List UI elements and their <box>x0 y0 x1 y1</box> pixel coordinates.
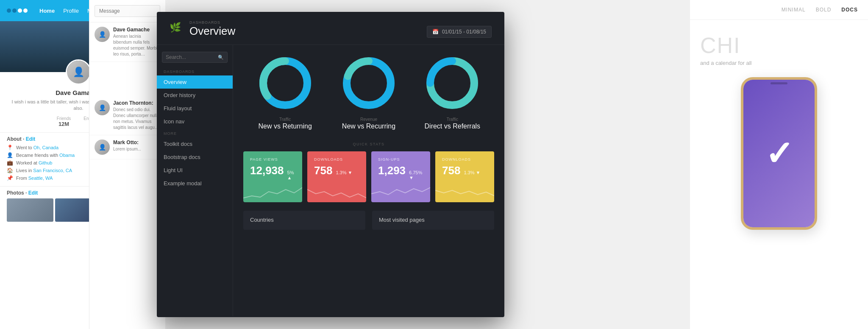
stat-card-downloads: DOWNLOADS 758 1.3% ▼ <box>307 151 366 202</box>
photo-1[interactable] <box>7 198 53 222</box>
search-box[interactable]: 🔍 <box>162 52 228 63</box>
dashboard-header: 🌿 DASHBOARDS Overview 📅 01/01/15 - 01/08… <box>157 12 504 45</box>
message-item-2[interactable]: 👤 Jacon Thornton: Donec sed odio dui. Do… <box>89 96 165 135</box>
stat-change-signups: 6.75% ▼ <box>409 170 423 180</box>
nav-profile[interactable]: Profile <box>63 8 79 14</box>
calendar-icon: 📅 <box>432 29 439 35</box>
chart-traffic-referrals: Traffic Direct vs Referrals <box>411 53 494 130</box>
nav-fluid-layout[interactable]: Fluid layout <box>157 102 233 115</box>
from-icon: 📌 <box>7 175 13 181</box>
wave-downloads2 <box>435 181 494 202</box>
message-content-1: Dave Gamache Aenean lacinia bibendum nul… <box>113 27 160 57</box>
rp-nav-minimal[interactable]: MINIMAL <box>782 7 806 13</box>
stat-value-row-pageviews: 12,938 5% ▲ <box>250 164 295 180</box>
message-item-1[interactable]: 👤 Dave Gamache Aenean lacinia bibendum n… <box>89 22 165 62</box>
most-visited-table-title: Most visited pages <box>379 217 487 223</box>
nav-example-modal[interactable]: Example modal <box>157 177 233 190</box>
title-block: DASHBOARDS Overview <box>189 20 235 38</box>
stat-change-downloads2: 1.3% ▼ <box>464 170 480 175</box>
header-left: 🌿 DASHBOARDS Overview <box>170 20 235 38</box>
search-icon: 🔍 <box>218 55 224 60</box>
seattle-link[interactable]: Seattle, WA <box>28 176 53 181</box>
stat-change-pageviews: 5% ▲ <box>287 170 295 180</box>
nav-overview[interactable]: Overview <box>157 75 233 89</box>
phone-mockup: ✓ <box>741 77 817 230</box>
stat-value-downloads: 758 <box>314 164 332 177</box>
stat-card-downloads2: DOWNLOADS 758 1.3% ▼ <box>435 151 494 202</box>
message-sender-2: Jacon Thornton: <box>113 100 160 106</box>
rp-hero-title: CHI <box>700 33 858 58</box>
nav-light-ui[interactable]: Light UI <box>157 164 233 177</box>
chart-traffic-returning: Traffic New vs Returning <box>243 53 327 130</box>
messages-panel: 👤 Dave Gamache Aenean lacinia bibendum n… <box>89 0 165 329</box>
rp-nav-bold[interactable]: BOLD <box>816 7 832 13</box>
logo-dot-4 <box>23 8 28 13</box>
stat-value-row-downloads: 758 1.3% ▼ <box>314 164 359 177</box>
avatar-image: 👤 <box>67 61 90 84</box>
page-title: Overview <box>189 25 235 38</box>
sf-link[interactable]: San Francisco, CA <box>33 168 72 173</box>
stat-value-downloads2: 758 <box>442 164 460 177</box>
nav-toolkit-docs[interactable]: Toolkit docs <box>157 137 233 151</box>
obama-link[interactable]: Obama <box>59 153 75 158</box>
message-avatar-2: 👤 <box>95 100 110 115</box>
countries-table-card: Countries <box>243 211 365 230</box>
about-edit-link[interactable]: Edit <box>26 136 36 142</box>
breadcrumb: DASHBOARDS <box>189 20 235 25</box>
date-range-picker[interactable]: 📅 01/01/15 - 01/08/15 <box>427 26 492 38</box>
canada-link[interactable]: Oh, Canada <box>33 145 58 150</box>
message-content-2: Jacon Thornton: Donec sed odio dui. Done… <box>113 100 160 131</box>
message-input[interactable] <box>95 5 160 17</box>
chart-1-title: New vs Returning <box>243 123 327 130</box>
dashboard-sidebar: 🔍 DASHBOARDS Overview Order history Flui… <box>157 45 233 316</box>
stat-value-row-signups: 1,293 6.75% ▼ <box>378 164 423 180</box>
phone-speaker <box>771 82 787 84</box>
message-text-1: Aenean lacinia bibendum nulla fels euism… <box>113 33 160 57</box>
chart-2-subtitle: Revenue <box>327 117 410 122</box>
stat-label-pageviews: PAGE VIEWS <box>250 157 295 162</box>
most-visited-table-card: Most visited pages <box>372 211 494 230</box>
wave-signups <box>371 181 430 202</box>
wave-downloads <box>307 181 366 202</box>
message-item-3[interactable]: 👤 Mark Otto: Lorem ipsum... <box>89 135 165 159</box>
stat-label-downloads2: DOWNLOADS <box>442 157 487 162</box>
phone-screen: ✓ <box>743 80 815 227</box>
nav-icon-nav[interactable]: Icon nav <box>157 115 233 128</box>
logo-dot-1 <box>7 8 11 13</box>
search-input[interactable] <box>166 54 215 60</box>
stat-card-signups: SIGN-UPS 1,293 6.75% ▼ <box>371 151 430 202</box>
message-avatar-3: 👤 <box>95 139 110 155</box>
friends-label: Friends <box>57 116 71 121</box>
nav-home[interactable]: Home <box>39 8 55 14</box>
quick-stats-label: QUICK STATS <box>243 142 494 146</box>
stat-change-downloads: 1.3% ▼ <box>336 170 352 175</box>
github-link[interactable]: Github <box>39 160 52 165</box>
rp-hero-section: CHI and a calendar for all <box>690 20 868 73</box>
friends-value: 12M <box>57 121 71 127</box>
tables-row: Countries Most visited pages <box>243 211 494 230</box>
stats-row: PAGE VIEWS 12,938 5% ▲ DOWNLOADS <box>243 151 494 202</box>
message-sender-1: Dave Gamache <box>113 27 160 33</box>
message-text-3: Lorem ipsum... <box>113 146 160 152</box>
dashboards-section-label: DASHBOARDS <box>157 70 233 74</box>
chart-1-subtitle: Traffic <box>243 117 327 122</box>
home-icon: 🏠 <box>7 167 13 173</box>
donut-chart-2 <box>339 53 398 113</box>
dashboard-panel: 🌿 DASHBOARDS Overview 📅 01/01/15 - 01/08… <box>157 12 504 317</box>
donut-chart-1 <box>256 53 315 113</box>
work-icon: 💼 <box>7 160 13 166</box>
message-sender-3: Mark Otto: <box>113 139 160 145</box>
logo <box>7 8 28 13</box>
logo-dot-3 <box>18 8 22 13</box>
dashboard-content: Traffic New vs Returning Revenue New vs … <box>233 45 504 316</box>
chart-revenue-recurring: Revenue New vs Recurring <box>327 53 410 130</box>
stat-label-signups: SIGN-UPS <box>378 157 423 162</box>
photos-edit-link[interactable]: Edit <box>28 190 38 196</box>
right-topnav: MINIMAL BOLD DOCS <box>690 0 868 20</box>
rp-nav-docs[interactable]: DOCS <box>841 7 858 13</box>
nav-bootstrap-docs[interactable]: Bootstrap docs <box>157 151 233 164</box>
checkmark-icon: ✓ <box>765 134 793 173</box>
rp-hero-subtitle: and a calendar for all <box>700 60 858 66</box>
donut-chart-3 <box>423 53 482 113</box>
nav-order-history[interactable]: Order history <box>157 89 233 102</box>
